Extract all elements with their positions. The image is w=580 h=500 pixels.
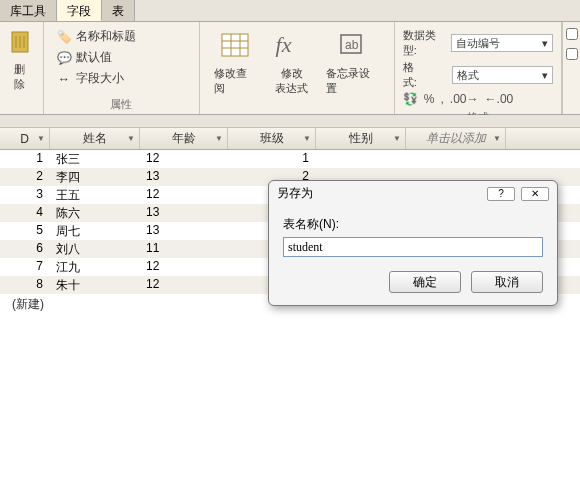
table-name-input[interactable] — [283, 237, 543, 257]
chevron-down-icon[interactable]: ▼ — [37, 134, 45, 143]
table-row[interactable]: 1张三121 — [0, 150, 580, 168]
checkbox-2[interactable] — [566, 48, 578, 60]
increase-decimal-icon[interactable]: .00→ — [450, 92, 479, 106]
tab-db-tools[interactable]: 库工具 — [0, 0, 57, 21]
format-icons: 💱 % , .00→ ←.00 — [403, 92, 554, 106]
cell-name[interactable]: 陈六 — [50, 204, 140, 222]
cell-name[interactable]: 张三 — [50, 150, 140, 168]
cell-age[interactable]: 12 — [140, 276, 228, 294]
chevron-down-icon: ▾ — [542, 69, 548, 82]
default-value-label: 默认值 — [76, 49, 112, 66]
cell-name[interactable]: 周七 — [50, 222, 140, 240]
header-add-label: 单击以添加 — [426, 130, 486, 147]
ok-button[interactable]: 确定 — [389, 271, 461, 293]
cell-age[interactable]: 13 — [140, 168, 228, 186]
decrease-decimal-icon[interactable]: ←.00 — [485, 92, 514, 106]
format-combo[interactable]: 格式▾ — [452, 66, 554, 84]
cell-name[interactable]: 李四 — [50, 168, 140, 186]
save-as-dialog: 另存为 ? ✕ 表名称(N): 确定 取消 — [268, 180, 558, 306]
cell-add[interactable] — [406, 150, 506, 168]
chevron-down-icon[interactable]: ▼ — [127, 134, 135, 143]
currency-icon[interactable]: 💱 — [403, 92, 418, 106]
cell-id[interactable]: 8 — [0, 276, 50, 294]
cell-id[interactable]: 1 — [0, 150, 50, 168]
data-type-combo[interactable]: 自动编号▾ — [451, 34, 554, 52]
cell-age[interactable]: 12 — [140, 150, 228, 168]
header-age-label: 年龄 — [172, 130, 196, 147]
table-name-label: 表名称(N): — [283, 216, 543, 233]
cell-id[interactable]: 5 — [0, 222, 50, 240]
header-name[interactable]: 姓名▼ — [50, 128, 140, 149]
modify-expr-button[interactable]: fx 修改 表达式 — [269, 30, 314, 98]
cell-name[interactable]: 江九 — [50, 258, 140, 276]
name-title-button[interactable]: 🏷️名称和标题 — [52, 26, 191, 47]
chevron-down-icon[interactable]: ▼ — [215, 134, 223, 143]
tag-icon: 🏷️ — [56, 29, 72, 45]
help-button[interactable]: ? — [487, 187, 515, 201]
header-class[interactable]: 班级▼ — [228, 128, 316, 149]
default-icon: 💬 — [56, 50, 72, 66]
cell-age[interactable]: 11 — [140, 240, 228, 258]
cell-id[interactable]: 6 — [0, 240, 50, 258]
modify-query-button[interactable]: 修改查阅 — [208, 30, 263, 98]
cell-age[interactable]: 12 — [140, 186, 228, 204]
close-button[interactable]: ✕ — [521, 187, 549, 201]
memo-settings-button[interactable]: ab 备忘录设置 — [320, 30, 386, 98]
cell-name[interactable]: 朱十 — [50, 276, 140, 294]
cell-id[interactable]: 2 — [0, 168, 50, 186]
delete-icon — [6, 28, 38, 60]
delete-label: 删除 — [14, 62, 29, 92]
header-age[interactable]: 年龄▼ — [140, 128, 228, 149]
chevron-down-icon: ▾ — [542, 37, 548, 50]
checkbox-1[interactable] — [566, 28, 578, 40]
ribbon-group-props: 🏷️名称和标题 💬默认值 ↔字段大小 属性 — [44, 22, 200, 114]
header-id[interactable]: D▼ — [0, 128, 50, 149]
column-headers: D▼ 姓名▼ 年龄▼ 班级▼ 性别▼ 单击以添加▼ — [0, 128, 580, 150]
svg-rect-4 — [222, 34, 248, 56]
memo-settings-label: 备忘录设置 — [326, 66, 380, 96]
chevron-down-icon[interactable]: ▼ — [393, 134, 401, 143]
default-value-button[interactable]: 💬默认值 — [52, 47, 191, 68]
dialog-title: 另存为 — [277, 185, 313, 202]
format-label: 格式: — [403, 60, 426, 90]
format-value: 格式 — [457, 68, 479, 83]
ribbon-checkboxes — [562, 22, 580, 114]
cell-age[interactable]: 13 — [140, 222, 228, 240]
ribbon-group-tools: 修改查阅 fx 修改 表达式 ab 备忘录设置 — [200, 22, 395, 114]
ribbon: 删除 🏷️名称和标题 💬默认值 ↔字段大小 属性 修改查阅 fx 修改 表达式 … — [0, 22, 580, 115]
tab-fields[interactable]: 字段 — [57, 0, 102, 21]
ribbon-tabs: 库工具 字段 表 — [0, 0, 580, 22]
modify-expr-label: 修改 表达式 — [275, 66, 308, 96]
field-size-button[interactable]: ↔字段大小 — [52, 68, 191, 89]
cell-age[interactable]: 13 — [140, 204, 228, 222]
cell-id[interactable]: 3 — [0, 186, 50, 204]
chevron-down-icon[interactable]: ▼ — [303, 134, 311, 143]
delete-button[interactable]: 删除 — [8, 26, 35, 94]
cell-sex[interactable] — [316, 150, 406, 168]
fx-icon: fx — [276, 32, 308, 64]
cell-class[interactable]: 1 — [228, 150, 316, 168]
datasheet-bar — [0, 115, 580, 128]
ribbon-group-format: 数据类型: 自动编号▾ 格式: 格式▾ 💱 % , .00→ ←.00 格式 — [395, 22, 563, 114]
size-icon: ↔ — [56, 71, 72, 87]
cell-name[interactable]: 刘八 — [50, 240, 140, 258]
cell-id[interactable]: 4 — [0, 204, 50, 222]
header-sex[interactable]: 性别▼ — [316, 128, 406, 149]
dialog-titlebar[interactable]: 另存为 ? ✕ — [269, 181, 557, 206]
header-add[interactable]: 单击以添加▼ — [406, 128, 506, 149]
comma-icon[interactable]: , — [441, 92, 444, 106]
tab-table[interactable]: 表 — [102, 0, 135, 21]
field-size-label: 字段大小 — [76, 70, 124, 87]
cell-name[interactable]: 王五 — [50, 186, 140, 204]
cell-id[interactable]: 7 — [0, 258, 50, 276]
ribbon-group-delete: 删除 — [0, 22, 44, 114]
percent-icon[interactable]: % — [424, 92, 435, 106]
header-class-label: 班级 — [260, 130, 284, 147]
name-title-label: 名称和标题 — [76, 28, 136, 45]
cell-age[interactable]: 12 — [140, 258, 228, 276]
modify-query-label: 修改查阅 — [214, 66, 257, 96]
chevron-down-icon[interactable]: ▼ — [493, 134, 501, 143]
table-icon — [220, 32, 252, 64]
cancel-button[interactable]: 取消 — [471, 271, 543, 293]
data-type-label: 数据类型: — [403, 28, 447, 58]
